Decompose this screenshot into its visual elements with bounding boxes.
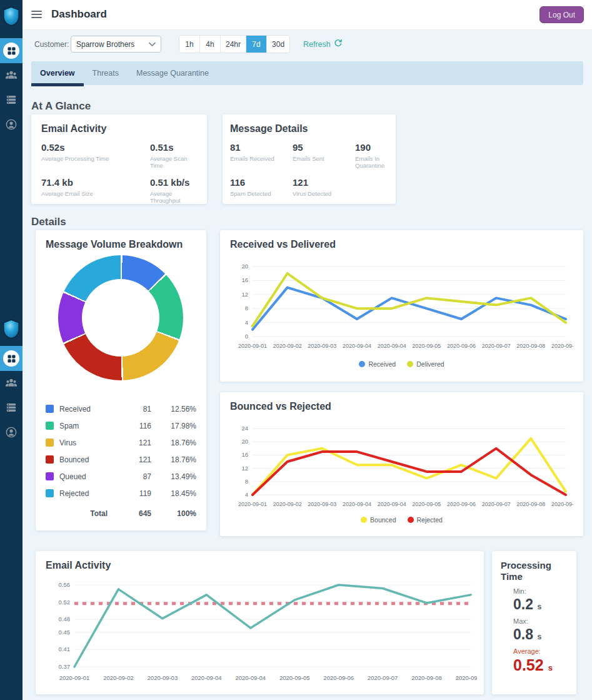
- min-label: Min:: [513, 587, 568, 595]
- legend-dot-icon: [408, 517, 414, 523]
- time-range-group: 1h 4h 24hr 7d 30d: [179, 36, 289, 53]
- legend-swatch: [46, 455, 54, 464]
- svg-text:2020-09-05: 2020-09-05: [412, 343, 441, 349]
- svg-text:16: 16: [241, 451, 248, 458]
- svg-text:2020-09-03: 2020-09-03: [308, 343, 336, 349]
- top-header: Dashboard Log Out: [23, 0, 592, 30]
- app-logo: [0, 0, 23, 35]
- svg-text:4: 4: [245, 491, 248, 498]
- refresh-link[interactable]: Refresh: [303, 39, 343, 49]
- svg-text:2020-09-04: 2020-09-04: [235, 674, 266, 681]
- stat-emails-in-quarantine: 190 Emails In Quarantine: [355, 142, 388, 169]
- svg-text:8: 8: [245, 478, 248, 485]
- hamburger-menu-icon[interactable]: [31, 11, 42, 20]
- svg-text:2020-09-04: 2020-09-04: [378, 343, 406, 349]
- svg-text:2020-09-04: 2020-09-04: [191, 674, 222, 681]
- card-title: Message Volume Breakdown: [46, 239, 196, 250]
- chevron-down-icon: [149, 40, 156, 49]
- svg-text:20: 20: [241, 263, 248, 270]
- svg-text:0.37: 0.37: [59, 663, 71, 670]
- sidebar-item-users-2[interactable]: [0, 371, 23, 396]
- tab-threats[interactable]: Threats: [84, 61, 128, 85]
- svg-text:2020-09-07: 2020-09-07: [482, 501, 511, 507]
- processing-time-card: Processing Time Min: 0.2 s Max: 0.8 s Av…: [492, 551, 576, 694]
- svg-text:0.56: 0.56: [59, 581, 71, 588]
- svg-text:2020-09-03: 2020-09-03: [308, 501, 336, 507]
- chart-legend: ReceivedDelivered: [220, 360, 583, 368]
- legend-item-received: Received: [359, 360, 396, 368]
- users-icon: [6, 378, 17, 390]
- svg-text:4: 4: [245, 319, 248, 326]
- svg-text:2020-09-08: 2020-09-08: [516, 501, 545, 507]
- sidebar-item-servers-2[interactable]: [0, 396, 23, 421]
- legend-swatch: [46, 489, 54, 497]
- message-details-card: Message Details 81 Emails Received 95 Em…: [223, 114, 396, 204]
- donut-hole: [82, 279, 159, 357]
- active-tab-underline: [31, 83, 84, 86]
- page-title: Dashboard: [51, 8, 107, 21]
- section-heading-at-a-glance: At A Glance: [31, 100, 91, 113]
- server-list-icon: [6, 403, 16, 415]
- range-button-24hr[interactable]: 24hr: [221, 36, 246, 53]
- svg-text:2020-09-01: 2020-09-01: [238, 343, 267, 349]
- sidebar-item-account[interactable]: [0, 113, 23, 138]
- sidebar-item-dashboard-2[interactable]: [0, 346, 23, 371]
- svg-text:20: 20: [241, 438, 248, 445]
- svg-text:2020-09-07: 2020-09-07: [482, 343, 511, 349]
- stat-spam-detected: 116 Spam Detected: [230, 177, 293, 197]
- svg-text:0: 0: [245, 333, 248, 340]
- customer-select[interactable]: Sparrow Brothers: [71, 36, 161, 53]
- tab-overview[interactable]: Overview: [31, 61, 84, 85]
- svg-text:2020-09-01: 2020-09-01: [238, 501, 267, 507]
- stat-avg-scan-time: 0.51s Average Scan Time: [150, 142, 197, 169]
- sidebar-item-servers[interactable]: [0, 88, 23, 113]
- legend-row-spam: Spam 116 17.98%: [46, 417, 196, 434]
- range-button-30d[interactable]: 30d: [267, 36, 289, 53]
- legend-swatch: [46, 405, 54, 413]
- legend-swatch: [46, 472, 54, 480]
- account-icon: [6, 427, 17, 440]
- legend-row-received: Received 81 12.56%: [46, 400, 196, 417]
- sidebar-item-users[interactable]: [0, 63, 23, 88]
- bounced-vs-rejected-card: Bounced vs Rejected 48121620242020-09-01…: [220, 392, 583, 536]
- range-button-4h[interactable]: 4h: [200, 36, 221, 53]
- svg-text:0.45: 0.45: [59, 629, 71, 636]
- svg-text:2020-09-06: 2020-09-06: [323, 674, 354, 681]
- svg-text:2020-09-08: 2020-09-08: [551, 501, 573, 507]
- svg-text:0.48: 0.48: [59, 616, 71, 622]
- refresh-label: Refresh: [303, 40, 331, 49]
- legend-row-total: Total 645 100%: [46, 505, 196, 522]
- range-button-7d[interactable]: 7d: [246, 36, 267, 53]
- dashboard-grid-icon: [3, 43, 19, 59]
- svg-text:0.52: 0.52: [59, 599, 71, 606]
- account-icon: [6, 119, 17, 133]
- card-title: Processing Time: [501, 560, 568, 582]
- svg-text:2020-09-08: 2020-09-08: [456, 674, 477, 681]
- legend-dot-icon: [361, 517, 367, 523]
- sidebar-item-dashboard[interactable]: [0, 38, 23, 63]
- svg-text:2020-09-08: 2020-09-08: [516, 343, 545, 349]
- svg-text:12: 12: [241, 465, 248, 472]
- svg-text:2020-09-05: 2020-09-05: [279, 674, 310, 681]
- card-title: Bounced vs Rejected: [230, 401, 573, 412]
- users-icon: [6, 70, 17, 82]
- dashboard-grid-icon: [3, 350, 19, 367]
- svg-text:2020-09-06: 2020-09-06: [447, 343, 476, 349]
- logout-button[interactable]: Log Out: [539, 6, 584, 23]
- shield-logo-icon: [3, 319, 20, 342]
- range-button-1h[interactable]: 1h: [179, 36, 200, 53]
- main-content: Dashboard Log Out Customer: Sparrow Brot…: [23, 0, 592, 700]
- svg-text:8: 8: [245, 305, 248, 312]
- tab-threats-label: Threats: [93, 69, 119, 78]
- sidebar-item-account-2[interactable]: [0, 421, 23, 446]
- tab-message-quarantine[interactable]: Message Quarantine: [128, 61, 218, 85]
- customer-select-value: Sparrow Brothers: [76, 40, 149, 49]
- svg-text:2020-09-06: 2020-09-06: [447, 501, 476, 507]
- stat-avg-email-size: 71.4 kb Average Email Size: [41, 177, 150, 204]
- message-volume-breakdown-card: Message Volume Breakdown Received 81 12.…: [36, 230, 206, 530]
- stat-avg-processing-time: 0.52s Average Processing Time: [41, 142, 150, 169]
- sidebar-spacer: [0, 138, 23, 315]
- svg-text:2020-09-02: 2020-09-02: [103, 674, 134, 681]
- refresh-icon: [334, 39, 343, 49]
- svg-text:2020-09-03: 2020-09-03: [148, 674, 178, 681]
